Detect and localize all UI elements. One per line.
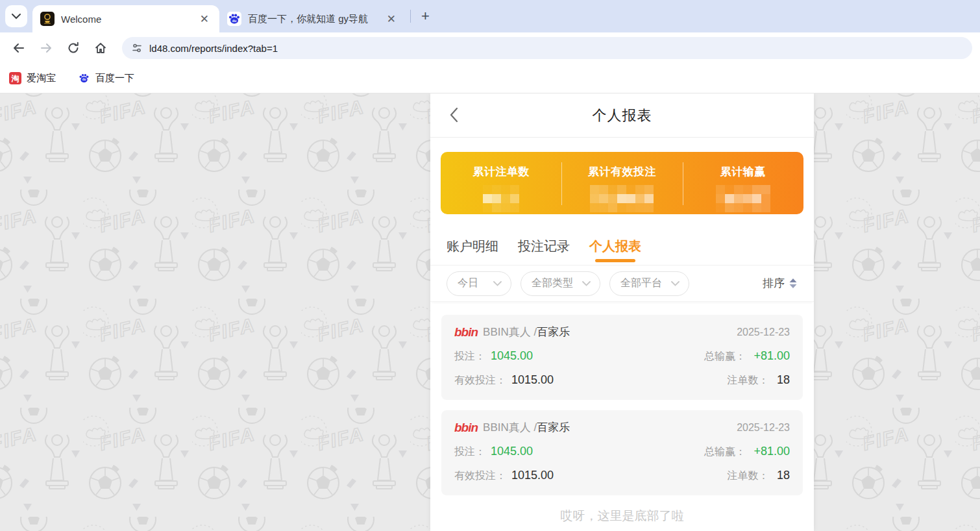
tab-personal-report[interactable]: 个人报表 <box>589 227 641 265</box>
bet-label: 投注： <box>454 445 485 459</box>
svg-text:FIFA: FIFA <box>206 95 258 127</box>
record-date: 2025-12-23 <box>737 422 790 434</box>
report-panel: 个人报表 累计注单数 累计有效投注 累计输赢 账户明细 投注记录 个人报表 今日 <box>430 93 814 531</box>
sort-arrows-icon <box>789 278 798 289</box>
record-date: 2025-12-23 <box>737 327 790 338</box>
platform-name: BBIN真人 / <box>483 325 537 340</box>
stat-total-bets: 累计注单数 <box>441 152 561 214</box>
tab-close-icon[interactable]: ✕ <box>196 11 213 27</box>
page-background: FIFAFIFAFIFAFIFAFIFAFIFAFIFAFIFAFIFAFIFA… <box>0 93 980 531</box>
tab-bet-records[interactable]: 投注记录 <box>518 227 570 265</box>
bookmark-label: 爱淘宝 <box>27 72 56 84</box>
censored-value-mosaic <box>590 185 654 212</box>
bet-value: 1045.00 <box>491 445 533 458</box>
tab-welcome[interactable]: Welcome ✕ <box>32 5 219 32</box>
platform-name: BBIN真人 / <box>483 420 537 435</box>
tab-divider <box>410 10 411 23</box>
filter-label: 全部平台 <box>620 277 662 290</box>
winloss-label: 总输赢： <box>704 446 746 457</box>
winloss-label: 总输赢： <box>704 351 746 362</box>
forward-button[interactable] <box>35 37 57 59</box>
url-bar[interactable]: ld48.com/reports/index?tab=1 <box>122 37 972 59</box>
baidu-icon: du <box>78 72 90 84</box>
svg-text:FIFA: FIFA <box>206 204 258 236</box>
bet-count-value: 18 <box>777 469 790 482</box>
bet-count-label: 注单数： <box>728 375 769 386</box>
bbin-logo: bbin <box>454 325 478 340</box>
back-chevron-button[interactable] <box>448 106 459 126</box>
tab-baidu[interactable]: du 百度一下，你就知道 gy导航 ✕ <box>219 5 406 32</box>
page-title: 个人报表 <box>593 106 652 125</box>
browser-toolbar: ld48.com/reports/index?tab=1 <box>0 32 980 64</box>
bookmark-baidu[interactable]: du 百度一下 <box>78 72 134 84</box>
winloss-value: +81.00 <box>753 349 790 362</box>
tab-search-button[interactable] <box>5 5 27 27</box>
svg-text:FIFA: FIFA <box>315 314 367 345</box>
svg-text:FIFA: FIFA <box>97 423 149 454</box>
bet-label: 投注： <box>454 350 485 364</box>
tab-close-icon[interactable]: ✕ <box>383 11 400 27</box>
svg-text:FIFA: FIFA <box>970 314 980 345</box>
bookmark-aitaobao[interactable]: 淘 爱淘宝 <box>9 72 56 84</box>
sort-button[interactable]: 排序 <box>763 276 798 291</box>
svg-text:du: du <box>82 78 86 81</box>
svg-text:FIFA: FIFA <box>0 95 39 127</box>
censored-value-mosaic <box>483 185 519 212</box>
winloss-value: +81.00 <box>753 445 790 458</box>
valid-bet-value: 1015.00 <box>511 469 554 482</box>
filter-date-dropdown[interactable]: 今日 <box>447 271 511 296</box>
report-card: bbin BBIN真人 / 百家乐 2025-12-23 投注： 1045.00… <box>441 410 803 495</box>
content-tabs: 账户明细 投注记录 个人报表 <box>430 227 814 265</box>
svg-text:FIFA: FIFA <box>0 204 39 236</box>
svg-text:FIFA: FIFA <box>315 423 367 454</box>
forward-arrow-icon <box>40 42 53 55</box>
summary-stats-card: 累计注单数 累计有效投注 累计输赢 <box>441 152 803 214</box>
chevron-down-icon <box>493 281 502 286</box>
filter-platform-dropdown[interactable]: 全部平台 <box>609 271 689 296</box>
game-crest-favicon-icon <box>40 12 55 26</box>
stat-label: 累计输赢 <box>683 164 803 179</box>
valid-bet-label: 有效投注： <box>454 374 506 388</box>
end-of-list-text: 哎呀，这里是底部了啦 <box>430 499 814 531</box>
svg-text:FIFA: FIFA <box>97 204 149 236</box>
svg-text:FIFA: FIFA <box>315 204 367 236</box>
back-button[interactable] <box>8 37 30 59</box>
new-tab-button[interactable]: + <box>415 8 436 25</box>
valid-bet-value: 1015.00 <box>511 373 554 387</box>
url-text: ld48.com/reports/index?tab=1 <box>149 43 278 54</box>
browser-tab-strip: Welcome ✕ du 百度一下，你就知道 gy导航 ✕ + <box>0 0 980 32</box>
home-button[interactable] <box>90 37 112 59</box>
reload-icon <box>67 42 80 55</box>
tab-account-details[interactable]: 账户明细 <box>447 227 498 265</box>
svg-text:FIFA: FIFA <box>970 423 980 454</box>
reload-button[interactable] <box>62 37 84 59</box>
report-list: bbin BBIN真人 / 百家乐 2025-12-23 投注： 1045.00… <box>430 302 814 499</box>
svg-text:淘: 淘 <box>11 74 19 83</box>
chevron-down-icon <box>671 281 680 286</box>
svg-text:FIFA: FIFA <box>315 95 367 127</box>
bet-count-label: 注单数： <box>728 470 769 481</box>
svg-text:FIFA: FIFA <box>206 314 258 345</box>
filter-label: 今日 <box>458 277 478 290</box>
bbin-logo: bbin <box>454 421 478 435</box>
bookmarks-bar: 淘 爱淘宝 du 百度一下 <box>0 64 980 93</box>
home-icon <box>94 42 107 55</box>
bet-value: 1045.00 <box>491 349 533 363</box>
chevron-down-icon <box>582 281 591 286</box>
tab-title: 百度一下，你就知道 gy导航 <box>248 13 383 25</box>
chevron-down-icon <box>12 14 21 19</box>
taobao-icon: 淘 <box>9 72 21 84</box>
baidu-paw-favicon-icon: du <box>227 12 241 26</box>
filter-type-dropdown[interactable]: 全部类型 <box>521 271 600 296</box>
svg-text:FIFA: FIFA <box>97 95 149 127</box>
tab-title: Welcome <box>61 14 196 25</box>
stat-total-winloss: 累计输赢 <box>683 152 803 214</box>
stat-label: 累计注单数 <box>441 164 561 179</box>
svg-text:FIFA: FIFA <box>0 314 39 345</box>
svg-text:FIFA: FIFA <box>970 204 980 236</box>
svg-text:FIFA: FIFA <box>861 95 912 127</box>
svg-text:FIFA: FIFA <box>861 423 912 454</box>
valid-bet-label: 有效投注： <box>454 469 506 483</box>
filter-label: 全部类型 <box>532 277 573 290</box>
svg-text:FIFA: FIFA <box>0 423 39 454</box>
